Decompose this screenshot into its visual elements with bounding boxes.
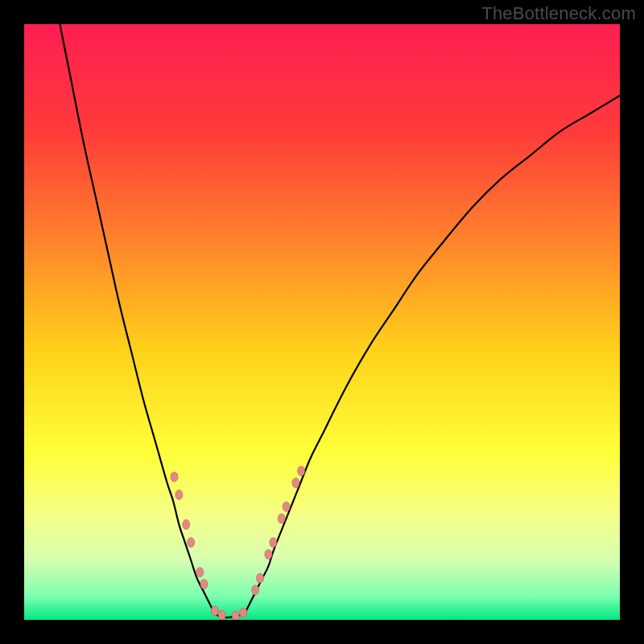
data-marker — [240, 608, 247, 617]
plot-area — [24, 24, 620, 620]
data-marker — [298, 466, 305, 476]
data-marker — [232, 611, 239, 620]
data-marker — [292, 478, 299, 488]
data-marker — [257, 573, 264, 583]
data-marker — [283, 502, 290, 511]
data-marker — [211, 606, 218, 616]
watermark-text: TheBottleneck.com — [481, 3, 636, 24]
data-marker — [183, 520, 190, 530]
data-marker — [218, 610, 225, 620]
chart-frame: TheBottleneck.com — [0, 0, 644, 644]
data-marker — [188, 538, 195, 547]
data-marker — [252, 585, 259, 595]
chart-svg — [24, 24, 620, 620]
data-marker — [171, 472, 178, 481]
data-marker — [200, 580, 208, 589]
data-marker — [196, 568, 204, 577]
data-marker — [278, 514, 285, 523]
data-marker — [175, 490, 183, 500]
gradient-background — [24, 24, 620, 620]
data-marker — [265, 550, 272, 559]
data-marker — [270, 538, 277, 547]
